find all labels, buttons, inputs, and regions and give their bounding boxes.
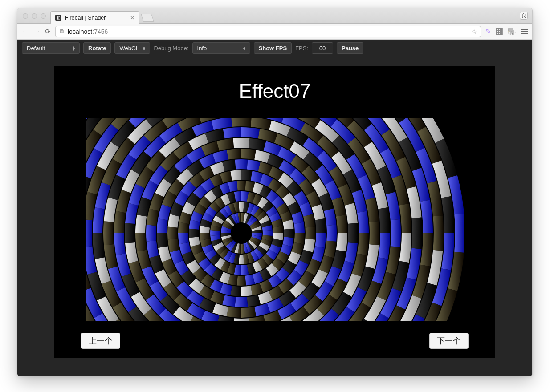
show-fps-button[interactable]: Show FPS — [254, 42, 292, 54]
url-text: localhost:7456 — [68, 28, 108, 35]
browser-window: ◐ Fireball | Shader ✕ 良 ← → ⟳ 🗎 localhos… — [17, 8, 533, 376]
page-viewport: Default ▴▾ Rotate WebGL ▴▾ Debug Mode: I… — [17, 40, 532, 376]
tab-close-icon[interactable]: ✕ — [130, 15, 134, 21]
browser-tab-active[interactable]: ◐ Fireball | Shader ✕ — [50, 11, 139, 24]
menu-icon[interactable] — [521, 29, 528, 34]
pause-button[interactable]: Pause — [337, 42, 363, 54]
traffic-lights — [23, 13, 46, 19]
qr-extension-icon[interactable] — [496, 28, 503, 35]
tab-title: Fireball | Shader — [65, 15, 106, 21]
traffic-light-close[interactable] — [23, 13, 28, 19]
chevron-updown-icon: ▴▾ — [143, 46, 145, 50]
back-button[interactable]: ← — [22, 28, 29, 36]
debug-toolbar: Default ▴▾ Rotate WebGL ▴▾ Debug Mode: I… — [17, 40, 532, 57]
stage-wrapper: Effect07 上一个 下一个 — [17, 57, 532, 376]
effect-canvas — [86, 118, 464, 321]
traffic-light-zoom[interactable] — [41, 13, 46, 19]
traffic-light-minimize[interactable] — [32, 13, 37, 19]
shader-output — [86, 118, 464, 321]
nav-arrows: ← → — [22, 28, 41, 36]
chevron-updown-icon: ▴▾ — [243, 46, 245, 50]
page-icon: 🗎 — [59, 28, 65, 35]
rotate-button[interactable]: Rotate — [83, 42, 111, 54]
feather-extension-icon[interactable]: ✎ — [485, 28, 491, 36]
fps-label: FPS: — [295, 45, 308, 52]
renderer-select-value: WebGL — [119, 45, 139, 52]
renderer-select[interactable]: WebGL ▴▾ — [114, 42, 150, 54]
profile-badge[interactable]: 良 — [520, 12, 528, 20]
extension-icons: ✎ 🐘 — [485, 27, 528, 36]
reload-button[interactable]: ⟳ — [45, 28, 51, 36]
address-bar[interactable]: 🗎 localhost:7456 ☆ — [55, 26, 481, 37]
url-bar: ← → ⟳ 🗎 localhost:7456 ☆ ✎ 🐘 — [17, 24, 532, 40]
forward-button[interactable]: → — [33, 28, 41, 36]
evernote-extension-icon[interactable]: 🐘 — [507, 27, 516, 36]
effect-title: Effect07 — [54, 80, 495, 102]
tab-favicon: ◐ — [55, 15, 61, 21]
debug-mode-label: Debug Mode: — [154, 45, 188, 52]
prev-button[interactable]: 上一个 — [81, 333, 120, 349]
bookmark-star-icon[interactable]: ☆ — [471, 28, 477, 36]
fps-value: 60 — [312, 42, 333, 54]
chevron-updown-icon: ▴▾ — [73, 46, 75, 50]
debug-level-select[interactable]: Info ▴▾ — [192, 42, 250, 54]
next-button[interactable]: 下一个 — [429, 333, 469, 349]
scene-select[interactable]: Default ▴▾ — [22, 42, 80, 54]
new-tab-button[interactable] — [141, 14, 154, 22]
scene-select-value: Default — [27, 45, 45, 52]
debug-level-value: Info — [197, 45, 207, 52]
tab-strip: ◐ Fireball | Shader ✕ 良 — [17, 8, 532, 24]
stage: Effect07 上一个 下一个 — [54, 66, 495, 358]
